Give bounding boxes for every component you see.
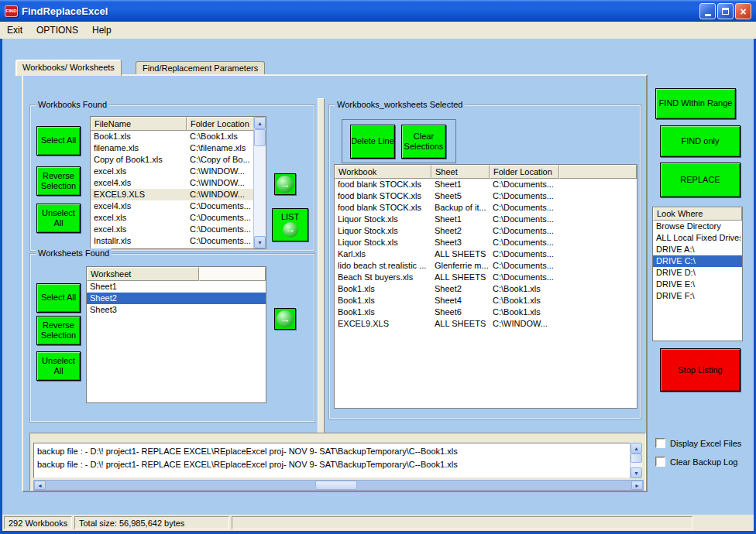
scroll-thumb[interactable] — [315, 481, 357, 490]
worksheet-row[interactable]: Sheet1 — [87, 281, 266, 293]
selected-row[interactable]: lido beach st.realistic ...Glenferrie m.… — [335, 260, 637, 272]
maximize-button[interactable] — [717, 3, 734, 19]
scroll-left-icon[interactable]: ◄ — [34, 481, 46, 490]
list-button[interactable]: LIST → — [272, 208, 308, 241]
move-workbooks-right-button[interactable]: → — [274, 173, 296, 195]
worksheets-reverse-selection-button[interactable]: Reverse Selection — [36, 316, 81, 345]
scroll-track[interactable] — [46, 481, 631, 490]
selected-row[interactable]: Book1.xlsSheet6C:\Book1.xls — [335, 306, 637, 318]
worksheets-select-all-button[interactable]: Select All — [36, 283, 81, 313]
col-folder-location[interactable]: Folder Location — [490, 165, 559, 179]
col-folder-location[interactable]: Folder Location — [187, 117, 255, 131]
scroll-down-icon[interactable]: ▼ — [254, 236, 266, 248]
worksheets-table: Worksheet Sheet1Sheet2Sheet3 — [86, 266, 266, 403]
workbook-row[interactable]: excel.xlsC:\WINDOW... — [91, 166, 266, 177]
scroll-up-icon[interactable]: ▲ — [254, 117, 266, 129]
col-empty[interactable] — [559, 165, 637, 179]
look-where-item[interactable]: ALL Local Fixed Drives — [653, 232, 742, 244]
worksheets-rows: Sheet1Sheet2Sheet3 — [87, 281, 266, 402]
move-worksheets-right-button[interactable]: → — [274, 308, 296, 330]
selected-row[interactable]: EXCEL9.XLSALL SHEETSC:\WINDOW... — [335, 318, 637, 330]
log-line[interactable]: backup file : - D:\! project1- REPLACE E… — [34, 458, 631, 471]
selected-row[interactable]: Liquor Stock.xlsSheet3C:\Documents... — [335, 237, 637, 248]
close-button[interactable]: × — [735, 3, 751, 19]
look-where-item[interactable]: DRIVE E:\ — [653, 279, 742, 290]
scroll-up-icon[interactable]: ▲ — [631, 443, 642, 454]
cell: Sheet3 — [87, 304, 264, 316]
cell: excel4.xls — [91, 177, 187, 189]
col-sheet[interactable]: Sheet — [431, 165, 490, 179]
selected-row[interactable]: Liquor Stock.xlsSheet1C:\Documents... — [335, 214, 637, 225]
workbook-row[interactable]: filename.xlsC:\filename.xls — [91, 142, 266, 154]
worksheet-row[interactable]: Sheet3 — [87, 304, 266, 316]
cell — [559, 237, 637, 248]
cell — [559, 179, 637, 190]
menu-help[interactable]: Help — [85, 23, 119, 37]
cell: Liquor Stock.xls — [335, 214, 431, 225]
selected-row[interactable]: Book1.xlsSheet2C:\Book1.xls — [335, 283, 637, 295]
scroll-down-icon[interactable]: ▼ — [631, 467, 642, 478]
scroll-thumb[interactable] — [254, 129, 266, 146]
workbooks-reverse-selection-button[interactable]: Reverse Selection — [36, 166, 81, 196]
display-excel-files-checkbox[interactable] — [655, 438, 665, 448]
look-where-item[interactable]: DRIVE C:\ — [653, 255, 742, 267]
scroll-right-icon[interactable]: ► — [631, 481, 643, 490]
menu-options[interactable]: OPTIONS — [29, 23, 85, 37]
cell: C:\Documents... — [490, 248, 559, 260]
col-worksheet[interactable]: Worksheet — [87, 267, 199, 281]
selected-row[interactable]: Karl.xlsALL SHEETSC:\Documents... — [335, 248, 637, 260]
workbook-row[interactable]: Book1.xlsC:\Book1.xls — [91, 131, 266, 142]
log-horizontal-scrollbar[interactable]: ◄ ► — [33, 480, 644, 491]
look-where-item[interactable]: DRIVE A:\ — [653, 244, 742, 255]
look-where-item[interactable]: DRIVE F:\ — [653, 290, 742, 302]
workbook-row[interactable]: excel4.xlsC:\WINDOW... — [91, 177, 266, 189]
display-excel-files-option[interactable]: Display Excel Files — [655, 438, 741, 448]
col-filename[interactable]: FileName — [91, 117, 187, 131]
worksheets-unselect-all-button[interactable]: Unselect All — [36, 351, 81, 381]
replace-button[interactable]: REPLACE — [660, 163, 741, 197]
selected-table-header: Workbook Sheet Folder Location — [335, 165, 637, 179]
cell: DRIVE F:\ — [653, 290, 741, 302]
log-vertical-scrollbar[interactable]: ▲ ▼ — [630, 443, 642, 478]
cell: excel.xls — [91, 212, 187, 224]
menu-exit[interactable]: Exit — [0, 23, 29, 37]
workbook-row[interactable]: excel.xlsC:\Documents... — [91, 224, 266, 235]
clear-backup-log-checkbox[interactable] — [655, 457, 665, 467]
clear-backup-log-option[interactable]: Clear Backup Log — [655, 457, 737, 467]
clear-selections-button[interactable]: Clear Selections — [401, 125, 446, 159]
selected-row[interactable]: food blank STOCK.xlsSheet5C:\Documents..… — [335, 190, 637, 202]
tab-workbooks-worksheets[interactable]: Workbooks/ Worksheets — [15, 60, 122, 76]
scroll-thumb[interactable] — [631, 454, 642, 463]
selected-row[interactable]: Liquor Stock.xlsSheet2C:\Documents... — [335, 225, 637, 237]
workbooks-scrollbar[interactable]: ▲ ▼ — [253, 117, 266, 248]
log-line[interactable]: backup file : - D:\! project1- REPLACE E… — [34, 445, 631, 458]
workbook-row[interactable]: Installr.xlsC:\Documents... — [91, 235, 266, 247]
selected-row[interactable]: Beach St buyers.xlsALL SHEETSC:\Document… — [335, 272, 637, 283]
selected-row[interactable]: food blank STOCK.xlsBackup of it...C:\Do… — [335, 202, 637, 214]
find-only-button[interactable]: FIND only — [660, 125, 741, 157]
workbook-row[interactable]: excel.xlsC:\Documents... — [91, 212, 266, 224]
workbooks-unselect-all-button[interactable]: Unselect All — [36, 204, 81, 233]
workbook-row[interactable]: excel4.xlsC:\Documents... — [91, 200, 266, 212]
tab-find-replacement-parameters[interactable]: Find/Replacement Parameters — [136, 61, 265, 74]
title-bar[interactable]: FIND FindReplaceExcel × — [0, 0, 756, 22]
stop-listing-button[interactable]: Stop Listing — [660, 348, 741, 392]
workbook-row[interactable]: Backup ITT tutorial.xlsC:\Documents... — [91, 247, 266, 248]
col-workbook[interactable]: Workbook — [335, 165, 431, 179]
selected-row[interactable]: food blank STOCK.xlsSheet1C:\Documents..… — [335, 179, 637, 190]
cell: DRIVE E:\ — [653, 279, 741, 290]
selected-row[interactable]: Book1.xlsSheet4C:\Book1.xls — [335, 295, 637, 306]
worksheet-row[interactable]: Sheet2 — [87, 293, 266, 304]
panel-divider — [318, 98, 325, 488]
look-where-item[interactable]: Browse Directory — [653, 221, 742, 232]
workbook-row[interactable]: Copy of Book1.xlsC:\Copy of Bo... — [91, 154, 266, 166]
col-empty[interactable] — [199, 267, 266, 281]
find-within-range-button[interactable]: FIND Within Range — [655, 88, 736, 119]
look-where-item[interactable]: DRIVE D:\ — [653, 267, 742, 279]
delete-line-button[interactable]: Delete Line — [350, 125, 395, 159]
workbook-row[interactable]: EXCEL9.XLSC:\WINDOW... — [91, 189, 266, 200]
backup-log-box[interactable]: backup file : - D:\! project1- REPLACE E… — [33, 443, 631, 478]
app-window: FIND FindReplaceExcel × Exit OPTIONS Hel… — [0, 0, 756, 534]
workbooks-select-all-button[interactable]: Select All — [36, 126, 81, 156]
minimize-button[interactable] — [699, 3, 716, 19]
